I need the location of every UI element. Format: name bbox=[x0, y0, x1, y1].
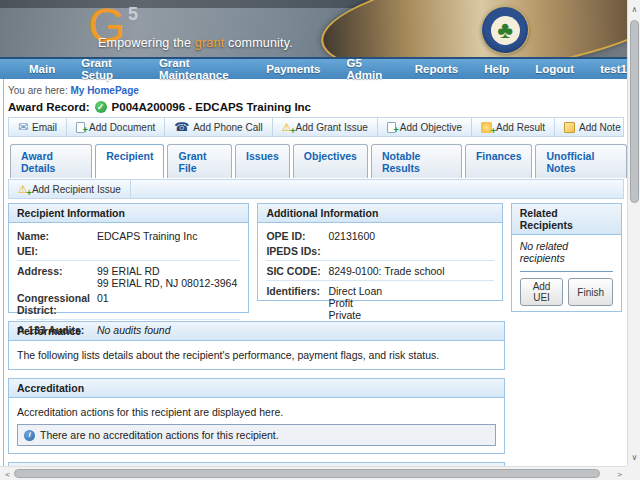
header-banner: ♣ G 5 Empowering the grant community. bbox=[0, 0, 640, 57]
divider bbox=[17, 260, 240, 261]
add-result-icon bbox=[481, 122, 492, 133]
add-note-button[interactable]: Add Note bbox=[555, 118, 630, 136]
add-grant-issue-button[interactable]: ⚠ Add Grant Issue bbox=[273, 118, 378, 136]
add-objective-button[interactable]: Add Objective bbox=[378, 118, 472, 136]
add-recipient-issue-button[interactable]: ⚠ Add Recipient Issue bbox=[9, 180, 131, 198]
tab-grant-file[interactable]: Grant File bbox=[167, 144, 232, 178]
nav-grant-maintenance[interactable]: Grant Maintenance bbox=[146, 57, 253, 81]
nav-g5-admin[interactable]: G5 Admin bbox=[334, 57, 402, 81]
field-congressional-district-label: Congressional District: bbox=[17, 292, 97, 316]
award-record-header: Award Record: ✓ P004A200096 - EDCAPS Tra… bbox=[8, 101, 627, 113]
tab-award-details[interactable]: Award Details bbox=[10, 144, 92, 178]
accreditation-info-box: i There are no accreditation actions for… bbox=[17, 424, 496, 446]
breadcrumb-prefix: You are here: bbox=[8, 85, 68, 96]
tab-unofficial-notes[interactable]: Unofficial Notes bbox=[535, 144, 627, 178]
no-related-recipients-text: No related recipients bbox=[520, 240, 613, 264]
field-name: Name: EDCAPS Training Inc bbox=[17, 228, 240, 243]
scroll-down-icon[interactable]: ∨ bbox=[628, 450, 640, 464]
field-congressional-district: Congressional District: 01 bbox=[17, 290, 240, 317]
info-icon: i bbox=[24, 430, 35, 441]
vertical-scrollbar[interactable]: ∧ ∨ bbox=[627, 0, 640, 466]
field-sic-code-label: SIC CODE: bbox=[266, 265, 328, 277]
nav-main[interactable]: Main bbox=[16, 63, 68, 75]
email-button[interactable]: ✉ Email bbox=[9, 118, 67, 136]
tagline-post: community. bbox=[224, 36, 293, 50]
vertical-scrollbar-thumb[interactable] bbox=[630, 20, 639, 203]
g5-application-window: ♣ G 5 Empowering the grant community. Ma… bbox=[0, 0, 640, 480]
add-phone-call-label: Add Phone Call bbox=[193, 122, 263, 133]
field-identifiers-value: Direct Loan Profit Private bbox=[328, 285, 493, 321]
divider bbox=[266, 280, 493, 281]
tagline-highlight: grant bbox=[195, 36, 225, 50]
identifier-line-3: Private bbox=[328, 309, 493, 321]
additional-information-panel: Additional Information OPE ID: 02131600 … bbox=[257, 203, 502, 301]
tab-finances[interactable]: Finances bbox=[465, 144, 533, 178]
field-ipeds-ids-label: IPEDS IDs: bbox=[266, 245, 328, 257]
accreditation-info-text: There are no accreditation actions for t… bbox=[40, 428, 279, 442]
field-address-label: Address: bbox=[17, 265, 97, 289]
tab-recipient[interactable]: Recipient bbox=[95, 144, 164, 178]
seal-tree-icon: ♣ bbox=[491, 16, 520, 45]
related-recipients-body: No related recipients Add UEI Finish bbox=[512, 235, 621, 311]
department-of-education-seal: ♣ bbox=[482, 7, 528, 53]
field-ipeds-ids-value bbox=[328, 245, 493, 257]
field-uei-label: UEI: bbox=[17, 245, 97, 257]
recipient-information-title: Recipient Information bbox=[9, 204, 248, 223]
finish-button[interactable]: Finish bbox=[568, 278, 613, 306]
main-nav-bar: Main Grant Setup Grant Maintenance Payme… bbox=[0, 57, 640, 79]
field-ope-id: OPE ID: 02131600 bbox=[266, 228, 493, 243]
add-phone-call-button[interactable]: ☎ Add Phone Call bbox=[165, 118, 272, 136]
field-identifiers-label: Identifiers: bbox=[266, 285, 328, 321]
field-address-value: 99 ERIAL RD 99 ERIAL RD, NJ 08012-3964 bbox=[97, 265, 240, 289]
field-ipeds-ids: IPEDS IDs: bbox=[266, 243, 493, 258]
additional-information-body: OPE ID: 02131600 IPEDS IDs: SIC CODE: 82… bbox=[258, 223, 501, 327]
field-ope-id-label: OPE ID: bbox=[266, 230, 328, 242]
g5-logo-5: 5 bbox=[128, 4, 138, 25]
field-ope-id-value: 02131600 bbox=[328, 230, 493, 242]
add-document-button[interactable]: Add Document bbox=[67, 118, 165, 136]
horizontal-scrollbar[interactable]: < > bbox=[0, 466, 627, 480]
add-recipient-issue-label: Add Recipient Issue bbox=[32, 184, 121, 195]
recipient-sub-toolbar: ⚠ Add Recipient Issue bbox=[8, 179, 624, 199]
address-line-1: 99 ERIAL RD bbox=[97, 265, 240, 277]
field-identifiers: Identifiers: Direct Loan Profit Private bbox=[266, 283, 493, 322]
tab-strip: Award Details Recipient Grant File Issue… bbox=[8, 144, 627, 178]
tab-issues[interactable]: Issues bbox=[235, 144, 290, 178]
related-recipients-title: Related Recipients bbox=[512, 204, 621, 235]
nav-help[interactable]: Help bbox=[471, 63, 522, 75]
add-document-icon bbox=[76, 122, 85, 133]
recipient-information-panel: Recipient Information Name: EDCAPS Train… bbox=[8, 203, 249, 313]
scrollbar-corner bbox=[627, 466, 640, 480]
nav-payments[interactable]: Payments bbox=[253, 63, 333, 75]
breadcrumb-homepage-link[interactable]: My HomePage bbox=[70, 85, 138, 96]
tagline-pre: Empowering the bbox=[98, 36, 195, 50]
scroll-left-icon[interactable]: < bbox=[1, 467, 14, 480]
identifier-line-1: Direct Loan bbox=[328, 285, 493, 297]
action-toolbar: ✉ Email Add Document ☎ Add Phone Call ⚠ … bbox=[8, 117, 624, 137]
scroll-up-icon[interactable]: ∧ bbox=[628, 2, 640, 16]
add-result-button[interactable]: Add Result bbox=[472, 118, 555, 136]
add-objective-label: Add Objective bbox=[400, 122, 462, 133]
accreditation-panel: Accreditation Accreditation actions for … bbox=[8, 378, 505, 454]
nav-logout[interactable]: Logout bbox=[522, 63, 587, 75]
add-recipient-issue-icon: ⚠ bbox=[18, 184, 28, 195]
add-document-label: Add Document bbox=[89, 122, 155, 133]
performance-text: The following lists details about the re… bbox=[9, 341, 504, 369]
accreditation-title: Accreditation bbox=[9, 379, 504, 398]
tab-notable-results[interactable]: Notable Results bbox=[371, 144, 462, 178]
nav-grant-setup[interactable]: Grant Setup bbox=[68, 57, 146, 81]
nav-reports[interactable]: Reports bbox=[402, 63, 471, 75]
email-icon: ✉ bbox=[18, 121, 28, 133]
phone-icon: ☎ bbox=[174, 121, 189, 133]
identifier-line-2: Profit bbox=[328, 297, 493, 309]
field-sic-code-value: 8249-0100: Trade school bbox=[328, 265, 493, 277]
tab-objectives[interactable]: Objectives bbox=[293, 144, 368, 178]
divider bbox=[266, 260, 493, 261]
related-recipients-buttons: Add UEI Finish bbox=[520, 278, 613, 306]
add-uei-button[interactable]: Add UEI bbox=[520, 278, 564, 306]
scroll-right-icon[interactable]: > bbox=[613, 467, 626, 480]
field-a133-audits-value: No audits found bbox=[97, 324, 240, 336]
breadcrumb: You are here: My HomePage bbox=[8, 85, 627, 96]
horizontal-scrollbar-thumb[interactable] bbox=[14, 469, 600, 478]
field-name-value: EDCAPS Training Inc bbox=[97, 230, 240, 242]
